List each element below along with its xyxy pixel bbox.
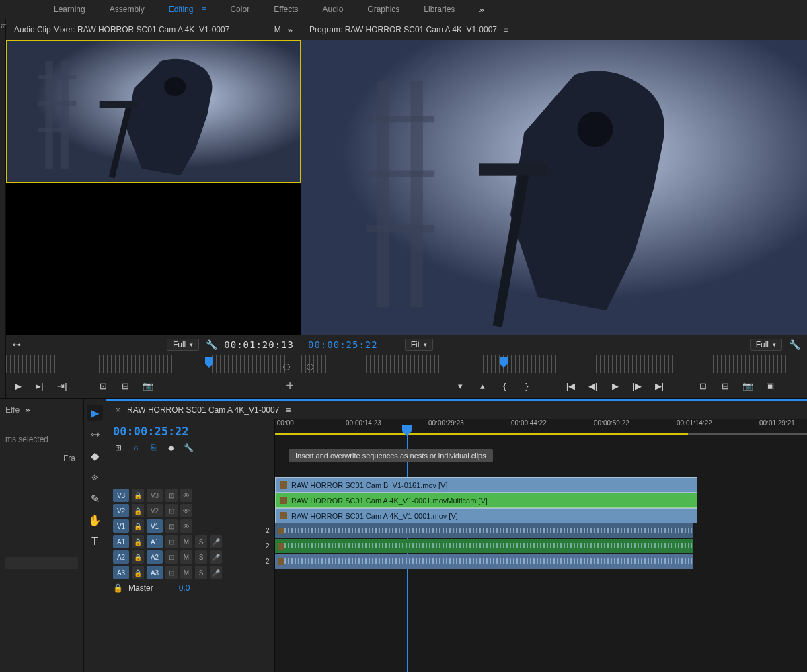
hand-tool-icon[interactable]: ✋ (87, 512, 103, 528)
program-monitor[interactable] (301, 40, 807, 335)
program-timecode[interactable]: 00:00:25:22 (308, 339, 378, 350)
eye-icon[interactable]: 👁 (180, 489, 192, 502)
master-value[interactable]: 0.0 (179, 583, 190, 593)
program-ruler[interactable] (301, 355, 807, 373)
track-select-tool-icon[interactable]: ⇿ (87, 426, 103, 442)
lock-icon[interactable]: 🔒 (132, 504, 144, 517)
export-frame-icon[interactable]: ⊟ (120, 381, 130, 391)
lock-icon[interactable]: 🔒 (132, 489, 144, 502)
marker-icon[interactable]: ◆ (165, 442, 176, 453)
source-zoom-select[interactable]: Full▾ (167, 339, 199, 351)
overflow-icon[interactable]: » (25, 405, 30, 415)
eye-icon[interactable]: 👁 (180, 504, 192, 517)
panel-menu-icon[interactable]: ≡ (504, 25, 508, 34)
sync-icon[interactable]: ⊡ (165, 519, 178, 533)
solo-button[interactable]: S (195, 550, 207, 564)
program-zoom-select[interactable]: Full▾ (750, 339, 782, 351)
v3-target[interactable]: V3 (113, 489, 129, 502)
step-back-icon[interactable]: ◀| (588, 381, 598, 391)
timeline-playhead-time[interactable]: 00:00:25:22 (113, 423, 268, 442)
lock-icon[interactable]: 🔒 (113, 583, 123, 593)
tab-libraries[interactable]: Libraries (424, 5, 455, 14)
program-fit-select[interactable]: Fit▾ (405, 339, 433, 351)
v1-target[interactable]: V1 (113, 519, 129, 533)
sequence-name[interactable]: RAW HORROR SC01 Cam A 4K_V1-0007 (127, 405, 279, 415)
a1-target[interactable]: A1 (113, 535, 129, 548)
mute-button[interactable]: M (180, 550, 192, 564)
sync-icon[interactable]: ⊡ (165, 504, 178, 517)
sync-icon[interactable]: ⊡ (165, 535, 178, 548)
project-tab[interactable]: Effe (5, 405, 20, 415)
hamburger-icon[interactable]: ≡ (201, 5, 206, 14)
mute-button[interactable]: M (180, 566, 192, 579)
mic-icon[interactable]: 🎤 (210, 566, 222, 579)
tab-graphics[interactable]: Graphics (367, 5, 399, 14)
play-icon[interactable]: ▶ (13, 381, 23, 391)
source-ruler[interactable] (6, 355, 301, 373)
v2-target[interactable]: V2 (113, 504, 129, 517)
type-tool-icon[interactable]: T (87, 534, 103, 550)
chevron-right-icon[interactable]: » (288, 25, 293, 35)
tab-learning[interactable]: Learning (54, 5, 85, 14)
settings-icon[interactable]: 🔧 (789, 339, 800, 350)
list-item[interactable] (5, 557, 78, 569)
step-fwd-icon[interactable]: |▶ (632, 381, 642, 391)
sync-icon[interactable]: ⊡ (165, 566, 178, 579)
mark-out-icon[interactable]: ▴ (477, 381, 488, 391)
nest-toggle-icon[interactable]: ⊞ (113, 442, 124, 453)
play-icon[interactable]: ▶ (610, 381, 620, 391)
insert-icon[interactable]: ⇥| (57, 381, 67, 391)
mute-button[interactable]: M (180, 535, 192, 548)
timeline-canvas[interactable]: :00:00 00:00:14:23 00:00:29:23 00:00:44:… (275, 419, 807, 672)
a3-src[interactable]: A3 (147, 566, 163, 579)
tab-editing[interactable]: Editing (169, 5, 194, 14)
marker2-icon[interactable]: } (522, 381, 532, 391)
clip-v1[interactable]: RAW HORROR SC01 Cam A 4K_V1-0001.mov [V] (275, 508, 697, 523)
clip-a2[interactable]: 2 (275, 539, 693, 553)
razor-tool-icon[interactable]: ⟐ (87, 469, 103, 485)
a3-target[interactable]: A3 (113, 566, 129, 579)
lock-icon[interactable]: 🔒 (132, 566, 144, 579)
mic-icon[interactable]: 🎤 (210, 550, 222, 564)
snap-icon[interactable]: ∩ (130, 442, 141, 453)
settings-icon[interactable]: 🔧 (206, 339, 217, 350)
tab-color[interactable]: Color (230, 5, 249, 14)
lift-icon[interactable]: ⊡ (698, 381, 708, 391)
marker-icon[interactable]: { (500, 381, 510, 391)
source-timecode[interactable]: 00:01:20:13 (224, 339, 294, 350)
lock-icon[interactable]: 🔒 (132, 535, 144, 548)
solo-button[interactable]: S (195, 535, 207, 548)
add-button-icon[interactable]: + (286, 378, 294, 394)
clip-a1[interactable]: 2 (275, 523, 693, 538)
compare-icon[interactable]: ▣ (765, 381, 775, 391)
linked-sel-icon[interactable]: ⎘ (148, 442, 159, 453)
eye-icon[interactable]: 👁 (180, 519, 192, 533)
mic-icon[interactable]: 🎤 (210, 535, 222, 548)
a1-src[interactable]: A1 (147, 535, 163, 548)
selection-tool-icon[interactable]: ▶ (87, 405, 103, 421)
tab-assembly[interactable]: Assembly (110, 5, 145, 14)
overflow-icon[interactable]: » (479, 5, 484, 15)
settings-icon[interactable]: 🔧 (183, 442, 194, 453)
extract-icon[interactable]: ⊟ (720, 381, 730, 391)
sync-icon[interactable]: ⊡ (165, 489, 178, 502)
lock-icon[interactable]: 🔒 (132, 519, 144, 533)
v2-src[interactable]: V2 (147, 504, 163, 517)
step-fwd-icon[interactable]: ▸| (35, 381, 45, 391)
tab-effects[interactable]: Effects (274, 5, 298, 14)
source-monitor[interactable] (6, 40, 301, 335)
tab-audio[interactable]: Audio (323, 5, 344, 14)
a2-src[interactable]: A2 (147, 550, 163, 564)
solo-button[interactable]: S (195, 566, 207, 579)
ripple-tool-icon[interactable]: ◆ (87, 448, 103, 464)
overwrite-icon[interactable]: ⊡ (98, 381, 108, 391)
strip-icon[interactable]: ⊶ (13, 340, 21, 349)
go-in-icon[interactable]: |◀ (566, 381, 576, 391)
clip-a3[interactable]: 2 (275, 554, 693, 569)
v3-src[interactable]: V3 (147, 489, 163, 502)
clip-v3[interactable]: RAW HORROR SC01 Cam B_V1-0161.mov [V] (275, 477, 697, 493)
mark-in-icon[interactable]: ▾ (455, 381, 465, 391)
a2-target[interactable]: A2 (113, 550, 129, 564)
source-m-label[interactable]: M (274, 25, 281, 34)
close-icon[interactable]: × (116, 405, 120, 415)
